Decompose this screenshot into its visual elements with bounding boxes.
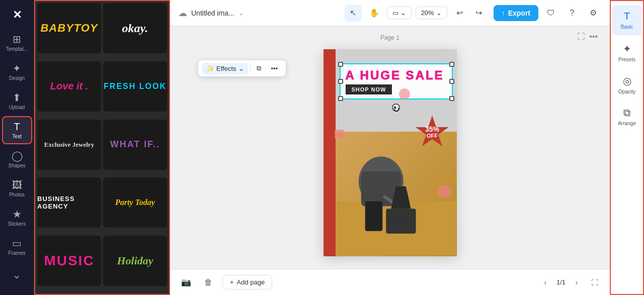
doc-title[interactable]: Untitled ima... <box>191 9 234 17</box>
handle-top-left[interactable] <box>338 62 343 67</box>
frame-tool[interactable]: ▭ ⌄ <box>387 7 412 19</box>
effects-icon: ✨ <box>206 65 214 72</box>
effects-label: Effects <box>216 65 236 72</box>
text-style-label: WHAT IF.. <box>110 139 160 150</box>
right-sidebar-label: Presets <box>618 57 635 62</box>
right-sidebar-item-opacity[interactable]: ◎Opacity <box>612 69 642 100</box>
svg-text:35%: 35% <box>425 125 439 133</box>
expand-button[interactable]: ⛶ <box>588 275 602 289</box>
text-style-label: Holiday <box>117 254 153 267</box>
help-button[interactable]: ? <box>564 5 581 22</box>
title-dropdown-icon[interactable]: ⌄ <box>238 10 244 17</box>
svg-rect-4 <box>365 202 382 231</box>
rotate-handle[interactable]: ↻ <box>392 104 400 112</box>
text-style-label: Exclusive Jewelry <box>44 141 94 149</box>
right-sidebar-item-presets[interactable]: ✦Presets <box>612 37 642 67</box>
effects-button[interactable]: ✨ Effects ⌄ <box>202 63 248 74</box>
page-more-button[interactable]: ••• <box>589 32 598 41</box>
text-style-item-party-today[interactable]: Party Today <box>103 177 167 228</box>
zoom-chevron: ⌄ <box>436 9 442 17</box>
sidebar-item-upload[interactable]: ⬆Upload <box>2 87 32 115</box>
text-style-item-music[interactable]: MUSIC <box>37 236 101 286</box>
text-style-item-babytoy[interactable]: BABYTOY <box>37 3 101 53</box>
text-style-label: FRESH LOOK <box>104 82 167 91</box>
export-button[interactable]: ↑ Export <box>494 5 538 21</box>
pink-circle-left <box>335 130 344 139</box>
sidebar-item-label: Frames <box>9 250 26 256</box>
sidebar-item-label: Shapes <box>9 163 26 168</box>
sidebar-item-templates[interactable]: ⊞Templat... <box>2 29 32 57</box>
floating-toolbar: ✨ Effects ⌄ ⧉ ••• <box>198 60 286 76</box>
canvas-content: Page 1 ⛶ ••• ✨ Effects ⌄ ⧉ ••• <box>170 26 610 269</box>
more-options-button[interactable]: ••• <box>267 63 282 74</box>
cloud-icon: ☁ <box>178 8 187 19</box>
copy-style-button[interactable]: ⧉ <box>253 62 265 74</box>
sidebar-item-shapes[interactable]: ◯Shapes <box>2 145 32 173</box>
discount-badge: 35% OFF <box>415 115 450 152</box>
right-sidebar-label: Basic <box>621 24 633 30</box>
huge-sale-text: A HUGE SALE <box>346 68 447 82</box>
right-sidebar-item-basic[interactable]: TBasic <box>612 5 642 35</box>
card-red-bar <box>324 49 336 256</box>
page-icon-button[interactable]: ⛶ <box>577 32 585 41</box>
right-sidebar: TBasic✦Presets◎Opacity⧉Arrange <box>610 0 644 295</box>
badge-svg: 35% OFF <box>415 115 450 150</box>
shield-button[interactable]: 🛡 <box>542 5 559 22</box>
top-bar: ☁ Untitled ima... ⌄ ↖ ✋ ▭ ⌄ 20% ⌄ ↩ ↪ ↑ … <box>170 0 610 26</box>
zoom-value: 20% <box>421 9 434 17</box>
prev-page-button[interactable]: ‹ <box>538 275 552 289</box>
sidebar-item-photos[interactable]: 🖼Photos <box>2 174 32 203</box>
sidebar-item-text[interactable]: TText <box>2 116 32 144</box>
cursor-tool-button[interactable]: ↖ <box>345 5 362 22</box>
zoom-control[interactable]: 20% ⌄ <box>416 7 447 19</box>
pink-circle-right <box>438 185 451 198</box>
text-style-item-love-it[interactable]: Love it . <box>37 61 101 112</box>
sidebar-item-label: Photos <box>9 192 25 198</box>
sidebar-item-design[interactable]: ✦Design <box>2 58 32 86</box>
trash-button[interactable]: 🗑 <box>200 274 216 290</box>
right-sidebar-item-arrange[interactable]: ⧉Arrange <box>612 102 642 132</box>
text-style-item-business[interactable]: BUSINESS AGENCY <box>37 177 101 228</box>
redo-button[interactable]: ↪ <box>470 5 488 22</box>
add-page-label: Add page <box>237 278 265 286</box>
text-selection-box[interactable]: A HUGE SALE SHOP NOW <box>340 63 453 100</box>
text-style-item-okay[interactable]: okay. <box>103 3 167 53</box>
bottom-bar: 📷 🗑 + Add page ‹ 1/1 › ⛶ <box>170 269 610 295</box>
shop-now-button: SHOP NOW <box>346 84 392 94</box>
text-style-item-what-if[interactable]: WHAT IF.. <box>103 120 167 170</box>
canvas-area: ☁ Untitled ima... ⌄ ↖ ✋ ▭ ⌄ 20% ⌄ ↩ ↪ ↑ … <box>170 0 610 295</box>
frame-icon: ▭ <box>392 9 398 17</box>
page-actions: ⛶ ••• <box>577 32 598 41</box>
sidebar-item-stickers[interactable]: ★Stickers <box>2 204 32 232</box>
text-style-item-fresh-look[interactable]: FRESH LOOK <box>103 61 167 112</box>
hand-tool-button[interactable]: ✋ <box>366 5 383 22</box>
add-page-button[interactable]: + Add page <box>222 275 272 289</box>
next-page-button[interactable]: › <box>570 275 584 289</box>
sidebar-item-more[interactable]: ⌄ <box>2 262 32 290</box>
text-style-label: Party Today <box>115 198 155 207</box>
sidebar-item-label: Text <box>12 134 21 139</box>
text-icon: T <box>14 122 20 132</box>
text-style-grid: BABYTOYokay.Love it .FRESH LOOKExclusive… <box>35 1 169 294</box>
right-sidebar-label: Arrange <box>618 121 636 126</box>
screenshot-button[interactable]: 📷 <box>178 274 194 290</box>
text-style-label: BUSINESS AGENCY <box>37 195 101 210</box>
text-style-item-exclusive[interactable]: Exclusive Jewelry <box>37 120 101 170</box>
page-label: Page 1 <box>380 34 399 41</box>
handle-top-right[interactable] <box>449 62 454 67</box>
handle-bottom-left[interactable] <box>338 96 343 101</box>
app-logo[interactable]: ✕ <box>2 4 32 26</box>
settings-button[interactable]: ⚙ <box>585 5 602 22</box>
sidebar-item-label: Stickers <box>8 221 26 227</box>
undo-redo-group: ↩ ↪ <box>451 5 488 22</box>
doc-info: ☁ Untitled ima... ⌄ <box>178 8 244 19</box>
undo-button[interactable]: ↩ <box>451 5 468 22</box>
text-style-item-holiday[interactable]: Holiday <box>103 236 167 286</box>
left-sidebar: ✕ ⊞Templat...✦Design⬆UploadTText◯Shapes🖼… <box>0 0 34 295</box>
photos-icon: 🖼 <box>12 180 22 190</box>
handle-middle-right[interactable] <box>449 79 454 84</box>
handle-middle-left[interactable] <box>338 79 343 84</box>
handle-bottom-right[interactable] <box>449 96 454 101</box>
sidebar-item-frames[interactable]: ▭Frames <box>2 233 32 261</box>
design-card[interactable]: A HUGE SALE SHOP NOW ↻ 35% <box>324 49 457 256</box>
